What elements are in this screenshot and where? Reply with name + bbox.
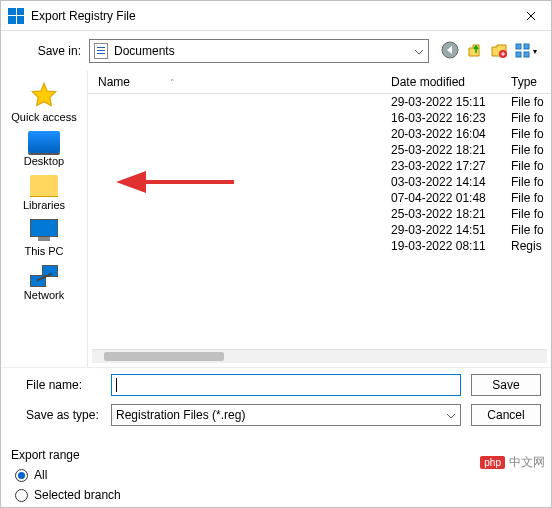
radio-icon: [15, 489, 28, 502]
save-button[interactable]: Save: [471, 374, 541, 396]
main-area: Quick access Desktop Libraries This PC N…: [1, 71, 551, 367]
save-in-label: Save in:: [11, 44, 81, 58]
places-network[interactable]: Network: [1, 263, 87, 303]
svg-rect-4: [516, 52, 521, 57]
star-icon: [30, 81, 58, 109]
sort-indicator-icon: ˄: [170, 78, 175, 88]
export-range-title: Export range: [11, 448, 541, 462]
places-libraries[interactable]: Libraries: [1, 173, 87, 213]
list-header: Name˄ Date modified Type: [88, 71, 551, 94]
radio-all[interactable]: All: [11, 468, 541, 482]
column-type[interactable]: Type: [511, 75, 551, 89]
export-range-group: Export range All Selected branch: [1, 440, 551, 508]
bottom-form: File name: Save Save as type: Registrati…: [1, 367, 551, 440]
cancel-button[interactable]: Cancel: [471, 404, 541, 426]
places-bar: Quick access Desktop Libraries This PC N…: [1, 71, 87, 367]
desktop-icon: [28, 131, 60, 153]
save-in-row: Save in: Documents ▾: [1, 31, 551, 71]
places-quick-access[interactable]: Quick access: [1, 79, 87, 125]
column-date[interactable]: Date modified: [391, 75, 511, 89]
view-menu-button[interactable]: ▾: [515, 43, 537, 59]
column-name[interactable]: Name˄: [88, 75, 391, 89]
save-in-value: Documents: [114, 44, 175, 58]
table-row[interactable]: 29-03-2022 14:51File fo: [88, 222, 551, 238]
app-icon: [8, 8, 24, 24]
chevron-down-icon: [414, 44, 424, 58]
window-title: Export Registry File: [31, 9, 511, 23]
table-row[interactable]: 16-03-2022 16:23File fo: [88, 110, 551, 126]
table-row[interactable]: 19-03-2022 08:11Regis: [88, 238, 551, 254]
file-list: Name˄ Date modified Type 29-03-2022 15:1…: [87, 71, 551, 367]
close-icon: [526, 11, 536, 21]
libraries-icon: [30, 175, 58, 197]
documents-icon: [94, 43, 108, 59]
places-this-pc[interactable]: This PC: [1, 217, 87, 259]
save-in-select[interactable]: Documents: [89, 39, 429, 63]
watermark: php 中文网: [480, 454, 545, 471]
svg-marker-7: [116, 171, 146, 193]
up-one-level-button[interactable]: [467, 42, 483, 61]
toolbar-icons: ▾: [437, 41, 541, 62]
chevron-down-icon: [446, 408, 456, 422]
filename-label: File name:: [11, 378, 101, 392]
table-row[interactable]: 29-03-2022 15:11File fo: [88, 94, 551, 110]
places-desktop[interactable]: Desktop: [1, 129, 87, 169]
radio-selected-branch[interactable]: Selected branch: [11, 488, 541, 502]
svg-rect-2: [516, 44, 521, 49]
close-button[interactable]: [511, 1, 551, 31]
svg-rect-3: [524, 44, 529, 49]
radio-icon: [15, 469, 28, 482]
savetype-select[interactable]: Registration Files (*.reg): [111, 404, 461, 426]
svg-rect-5: [524, 52, 529, 57]
list-body[interactable]: 29-03-2022 15:11File fo16-03-2022 16:23F…: [88, 94, 551, 349]
horizontal-scrollbar[interactable]: [92, 349, 547, 363]
annotation-arrow-icon: [116, 169, 236, 195]
chevron-down-icon: ▾: [533, 47, 537, 56]
table-row[interactable]: 20-03-2022 16:04File fo: [88, 126, 551, 142]
table-row[interactable]: 25-03-2022 18:21File fo: [88, 142, 551, 158]
table-row[interactable]: 25-03-2022 18:21File fo: [88, 206, 551, 222]
new-folder-button[interactable]: [491, 42, 507, 61]
monitor-icon: [30, 219, 58, 237]
savetype-label: Save as type:: [11, 408, 101, 422]
network-icon: [30, 265, 58, 287]
titlebar: Export Registry File: [1, 1, 551, 31]
back-button[interactable]: [441, 41, 459, 62]
filename-input[interactable]: [111, 374, 461, 396]
